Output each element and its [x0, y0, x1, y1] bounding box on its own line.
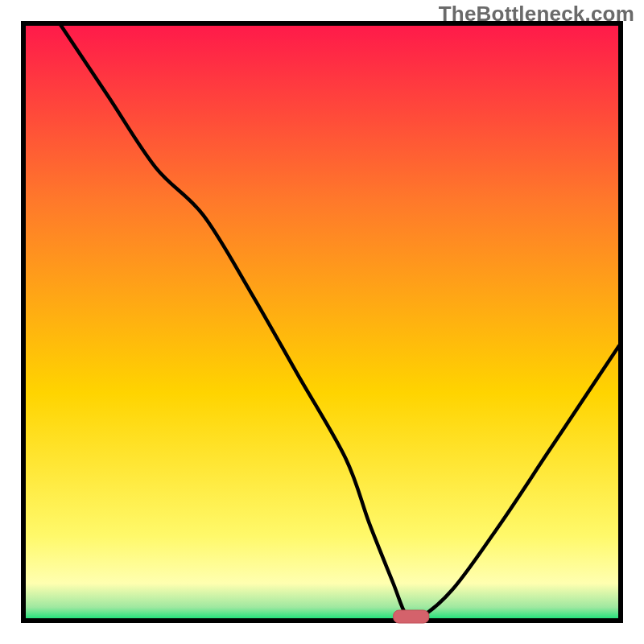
bottleneck-chart [0, 0, 644, 644]
gradient-background [25, 25, 619, 619]
optimum-marker [394, 610, 429, 623]
chart-stage: TheBottleneck.com [0, 0, 644, 644]
watermark-text: TheBottleneck.com [439, 2, 634, 27]
